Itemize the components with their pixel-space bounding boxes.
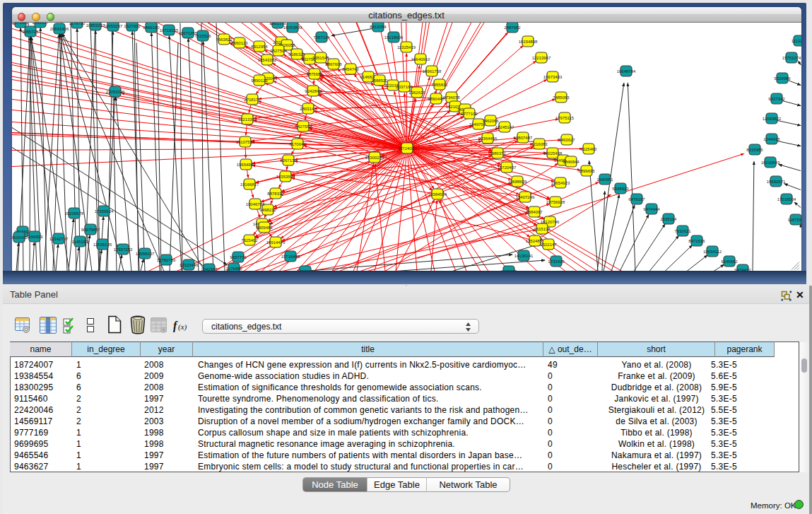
svg-text:10688609: 10688609: [507, 179, 526, 183]
svg-text:19218906: 19218906: [384, 35, 403, 39]
svg-text:7515526: 7515526: [194, 33, 211, 37]
svg-text:1875001: 1875001: [12, 23, 29, 25]
svg-text:9498212: 9498212: [259, 207, 276, 211]
svg-text:1112251: 1112251: [791, 38, 801, 42]
svg-text:1661105: 1661105: [500, 269, 517, 271]
svg-text:20364456: 20364456: [478, 136, 497, 140]
svg-text:6466160: 6466160: [143, 25, 160, 29]
svg-text:7955812: 7955812: [431, 82, 448, 86]
svg-text:7632621: 7632621: [674, 228, 691, 233]
svg-text:18724007: 18724007: [397, 146, 416, 150]
svg-text:f: f: [173, 320, 178, 332]
svg-text:14136141: 14136141: [514, 253, 533, 257]
svg-text:9684067: 9684067: [526, 209, 543, 214]
svg-text:9890448: 9890448: [428, 96, 445, 100]
svg-text:10958107: 10958107: [135, 251, 154, 255]
svg-text:20691406: 20691406: [49, 26, 69, 30]
svg-text:9115460: 9115460: [580, 146, 597, 151]
svg-text:8471636: 8471636: [688, 238, 705, 243]
svg-text:15300275: 15300275: [365, 155, 384, 159]
svg-text:9474444: 9474444: [643, 206, 660, 211]
svg-text:1733426: 1733426: [548, 259, 565, 263]
svg-text:9329986: 9329986: [774, 76, 791, 80]
svg-text:20206578: 20206578: [64, 211, 83, 215]
svg-text:15716485: 15716485: [281, 254, 300, 258]
svg-text:1156829: 1156829: [26, 234, 43, 238]
svg-text:90975887: 90975887: [81, 227, 100, 231]
svg-text:7485063: 7485063: [553, 95, 570, 99]
svg-text:18407249: 18407249: [515, 194, 534, 199]
svg-text:16961758: 16961758: [422, 69, 441, 73]
svg-text:2935114: 2935114: [660, 216, 677, 221]
svg-text:2803144: 2803144: [300, 106, 317, 110]
svg-text:11325419: 11325419: [396, 45, 416, 49]
svg-text:6216083: 6216083: [531, 141, 548, 146]
svg-text:16782759: 16782759: [156, 257, 175, 262]
svg-text:8215955: 8215955: [746, 147, 763, 151]
svg-text:12353594: 12353594: [276, 174, 295, 178]
svg-text:7625402: 7625402: [241, 238, 258, 242]
svg-text:2037164: 2037164: [396, 84, 413, 88]
svg-text:16210643: 16210643: [760, 160, 779, 164]
svg-text:10653267: 10653267: [103, 23, 122, 28]
svg-text:18245147: 18245147: [495, 124, 514, 129]
svg-text:12213967: 12213967: [531, 55, 551, 59]
svg-text:9227342: 9227342: [768, 96, 785, 100]
svg-text:9909483: 9909483: [256, 225, 273, 229]
svg-text:7462066: 7462066: [482, 118, 499, 122]
svg-text:10719155: 10719155: [159, 28, 178, 32]
svg-text:16154808: 16154808: [518, 39, 537, 43]
svg-text:8170041: 8170041: [289, 141, 306, 146]
svg-text:7663822: 7663822: [216, 37, 233, 41]
svg-text:1145193: 1145193: [71, 239, 88, 243]
svg-text:9242845: 9242845: [305, 88, 322, 93]
svg-text:8813054: 8813054: [370, 24, 387, 28]
svg-text:12342737: 12342737: [49, 236, 68, 240]
svg-text:16648784: 16648784: [616, 69, 635, 73]
svg-text:9055721: 9055721: [22, 29, 39, 33]
svg-text:19756928: 19756928: [546, 199, 565, 204]
svg-text:1588520: 1588520: [371, 78, 388, 82]
svg-text:9245652: 9245652: [721, 259, 738, 263]
svg-text:(x): (x): [178, 322, 187, 332]
svg-text:9846844: 9846844: [563, 159, 579, 163]
svg-text:17016504: 17016504: [777, 197, 796, 201]
svg-text:16107553: 16107553: [235, 139, 254, 144]
svg-text:12505135: 12505135: [93, 242, 112, 246]
svg-text:15720407: 15720407: [497, 165, 516, 169]
svg-text:16543362: 16543362: [257, 57, 276, 62]
svg-text:21053346: 21053346: [105, 89, 124, 93]
svg-text:9657771: 9657771: [230, 255, 247, 259]
svg-text:10046788: 10046788: [245, 201, 264, 206]
svg-text:16914479: 16914479: [266, 240, 285, 244]
svg-text:1042557: 1042557: [201, 267, 218, 271]
svg-text:1362615: 1362615: [408, 90, 425, 94]
svg-text:1615132: 1615132: [534, 226, 551, 230]
svg-text:8660123: 8660123: [231, 40, 248, 45]
svg-text:12213369: 12213369: [237, 117, 257, 121]
svg-text:2522147: 2522147: [540, 242, 557, 246]
svg-text:1527602: 1527602: [124, 23, 141, 28]
svg-text:8454749: 8454749: [342, 66, 359, 71]
svg-text:9527504: 9527504: [270, 48, 287, 52]
svg-text:10654112: 10654112: [702, 249, 722, 253]
svg-text:7986372: 7986372: [489, 151, 506, 155]
svg-text:12323446: 12323446: [179, 262, 198, 267]
svg-text:9890129: 9890129: [251, 78, 268, 82]
svg-text:17957253: 17957253: [113, 247, 132, 251]
svg-text:9463627: 9463627: [558, 137, 575, 141]
svg-text:1857220: 1857220: [297, 269, 314, 271]
svg-text:2487682: 2487682: [504, 25, 521, 29]
svg-text:19654982: 19654982: [236, 162, 255, 166]
svg-text:1244415: 1244415: [763, 136, 780, 141]
svg-text:1640951: 1640951: [596, 177, 613, 181]
svg-text:1043557: 1043557: [32, 23, 49, 25]
svg-text:2718176: 2718176: [244, 97, 261, 101]
svg-text:8186328: 8186328: [288, 52, 305, 56]
svg-text:10853257: 10853257: [86, 23, 105, 27]
svg-text:8267130: 8267130: [280, 158, 297, 162]
svg-text:12093822: 12093822: [762, 116, 781, 120]
svg-text:2867608: 2867608: [325, 62, 342, 66]
svg-text:17359924: 17359924: [94, 209, 113, 213]
svg-text:8878332: 8878332: [267, 191, 284, 195]
